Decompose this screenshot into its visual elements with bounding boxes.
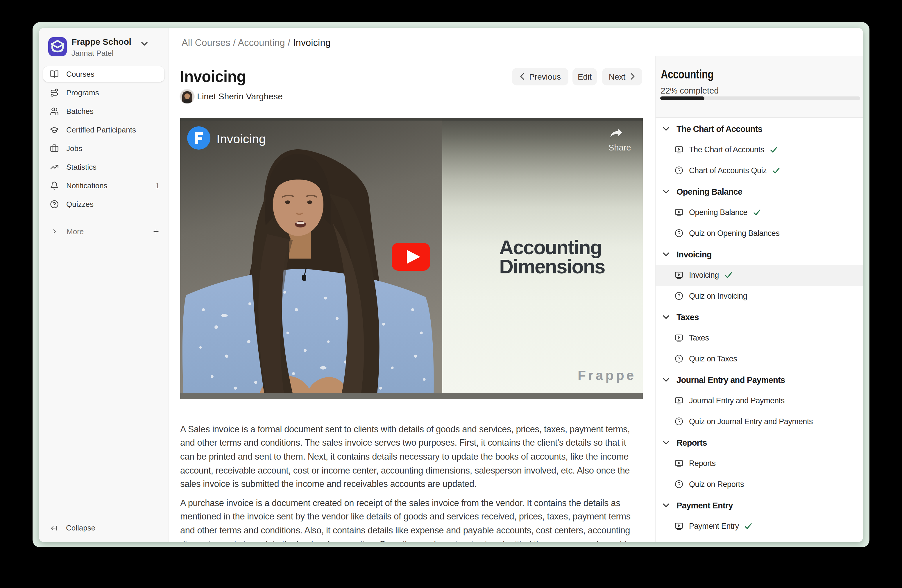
svg-text:Frappe: Frappe [578, 368, 636, 383]
svg-text:Accounting: Accounting [499, 236, 601, 258]
svg-text:Dimensions: Dimensions [499, 255, 605, 277]
svg-text:Invoicing: Invoicing [216, 132, 266, 146]
svg-text:Share: Share [609, 143, 631, 152]
